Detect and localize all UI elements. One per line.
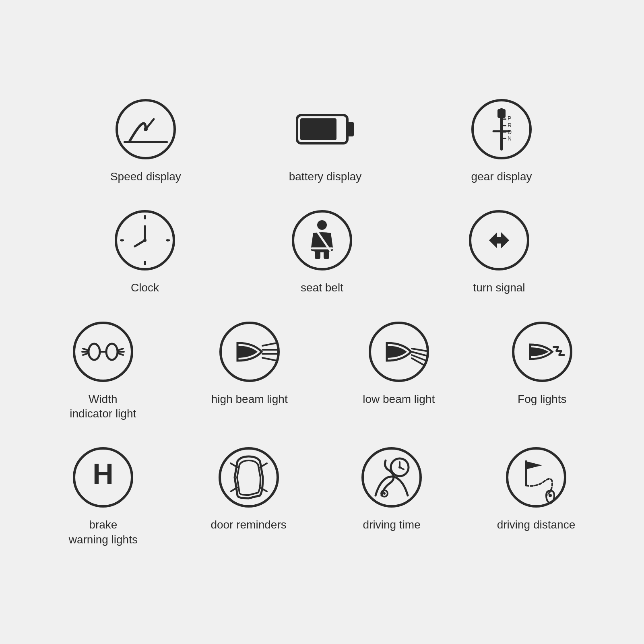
- icon-grid: Speed display battery display: [0, 65, 644, 579]
- svg-line-43: [83, 353, 88, 355]
- battery-display-label: battery display: [289, 169, 362, 184]
- high-beam-label: high beam light: [211, 392, 288, 407]
- speed-display-item: Speed display: [110, 97, 181, 184]
- brake-warning-item: H brake warning lights: [69, 445, 138, 547]
- gear-display-item: P R D N gear display: [469, 97, 534, 184]
- driving-distance-item: driving distance: [497, 445, 576, 547]
- svg-point-73: [507, 448, 565, 506]
- svg-point-24: [144, 216, 146, 219]
- high-beam-icon: [217, 320, 282, 384]
- width-indicator-item: Width indicator light: [70, 320, 136, 421]
- svg-line-44: [118, 349, 123, 350]
- svg-text:D: D: [508, 129, 512, 135]
- turn-signal-item: turn signal: [467, 208, 531, 295]
- svg-line-19: [135, 240, 145, 246]
- svg-rect-4: [300, 118, 336, 140]
- svg-point-1: [144, 127, 148, 131]
- low-beam-icon: [367, 320, 431, 384]
- clock-icon: [113, 208, 177, 272]
- svg-text:N: N: [508, 135, 512, 142]
- row-2: Clock seat belt: [24, 208, 620, 295]
- low-beam-item: low beam light: [363, 320, 435, 421]
- svg-point-76: [549, 494, 552, 497]
- fog-lights-icon: [510, 320, 574, 384]
- svg-text:H: H: [93, 458, 114, 490]
- door-reminders-label: door reminders: [211, 518, 286, 532]
- width-indicator-label: Width indicator light: [70, 392, 136, 421]
- turn-signal-icon: [467, 208, 531, 272]
- gear-display-label: gear display: [471, 169, 532, 184]
- svg-point-27: [167, 239, 169, 242]
- svg-text:R: R: [508, 122, 512, 128]
- svg-point-28: [143, 239, 147, 242]
- gear-display-icon: P R D N: [469, 97, 534, 161]
- driving-time-label: driving time: [363, 518, 421, 532]
- svg-rect-3: [347, 122, 354, 136]
- driving-distance-label: driving distance: [497, 518, 576, 532]
- clock-label: Clock: [131, 281, 159, 295]
- high-beam-item: high beam light: [211, 320, 288, 421]
- door-reminders-icon: [217, 445, 281, 510]
- seat-belt-icon: [290, 208, 354, 272]
- svg-line-49: [262, 343, 277, 346]
- svg-line-57: [412, 349, 426, 351]
- svg-point-39: [89, 344, 100, 360]
- brake-warning-label: brake warning lights: [69, 518, 138, 547]
- speed-display-label: Speed display: [110, 169, 181, 184]
- svg-line-41: [83, 349, 88, 350]
- svg-point-72: [383, 492, 386, 495]
- door-reminders-item: door reminders: [211, 445, 286, 547]
- battery-display-icon: [293, 97, 357, 161]
- svg-rect-33: [315, 250, 320, 259]
- clock-item: Clock: [113, 208, 177, 295]
- width-indicator-icon: [71, 320, 135, 384]
- low-beam-label: low beam light: [363, 392, 435, 407]
- svg-point-26: [121, 239, 123, 242]
- turn-signal-label: turn signal: [473, 281, 525, 295]
- speed-display-icon: [114, 97, 178, 161]
- svg-rect-34: [324, 250, 329, 259]
- driving-distance-icon: [504, 445, 568, 510]
- row-4: H brake warning lights: [24, 445, 620, 547]
- driving-time-icon: [359, 445, 424, 510]
- svg-marker-75: [526, 461, 542, 469]
- row-1: Speed display battery display: [24, 97, 620, 184]
- svg-line-52: [262, 358, 277, 361]
- svg-rect-7: [497, 109, 506, 118]
- brake-warning-icon: H: [71, 445, 135, 510]
- svg-point-30: [317, 220, 327, 230]
- fog-lights-item: Fog lights: [510, 320, 574, 421]
- fog-lights-label: Fog lights: [518, 392, 566, 407]
- seat-belt-label: seat belt: [301, 281, 343, 295]
- svg-line-46: [118, 353, 123, 355]
- svg-point-70: [398, 466, 401, 469]
- battery-display-item: battery display: [289, 97, 362, 184]
- svg-text:P: P: [508, 115, 511, 122]
- svg-point-25: [144, 262, 146, 264]
- seat-belt-item: seat belt: [290, 208, 354, 295]
- svg-point-40: [106, 344, 118, 360]
- row-3: Width indicator light high beam light: [24, 320, 620, 421]
- driving-time-item: driving time: [359, 445, 424, 547]
